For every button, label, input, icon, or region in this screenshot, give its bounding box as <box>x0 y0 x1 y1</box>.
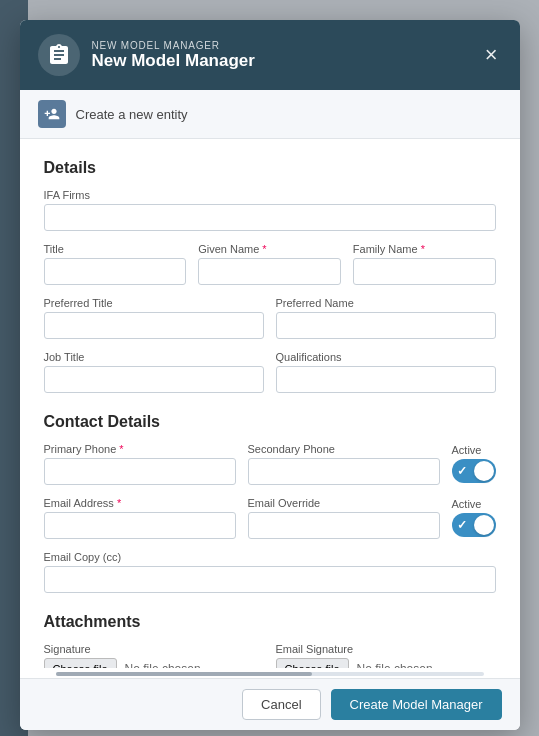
family-name-label: Family Name * <box>353 243 496 255</box>
email-override-input[interactable] <box>248 512 440 539</box>
given-name-input[interactable] <box>198 258 341 285</box>
header-icon-wrap <box>38 34 80 76</box>
given-name-label: Given Name * <box>198 243 341 255</box>
primary-phone-label: Primary Phone * <box>44 443 236 455</box>
job-row: Job Title Qualifications <box>44 351 496 393</box>
qualifications-field: Qualifications <box>276 351 496 393</box>
modal-subheader: Create a new entity <box>20 90 520 139</box>
secondary-phone-field: Secondary Phone <box>248 443 440 485</box>
email-copy-input[interactable] <box>44 566 496 593</box>
close-button[interactable]: × <box>481 42 502 68</box>
email-address-input[interactable] <box>44 512 236 539</box>
entity-icon <box>38 100 66 128</box>
primary-phone-input[interactable] <box>44 458 236 485</box>
person-add-icon <box>44 106 60 122</box>
family-name-field: Family Name * <box>353 243 496 285</box>
preferred-row: Preferred Title Preferred Name <box>44 297 496 339</box>
preferred-name-input[interactable] <box>276 312 496 339</box>
active-toggle-1-group: Active ✓ <box>452 444 496 485</box>
active-label-1: Active <box>452 444 496 456</box>
contact-section-title: Contact Details <box>44 413 496 431</box>
name-row: Title Given Name * Family Name * <box>44 243 496 285</box>
email-signature-file-area: Choose file No file chosen <box>276 658 496 668</box>
email-signature-label: Email Signature <box>276 643 496 655</box>
header-title: New Model Manager <box>92 51 255 71</box>
title-field: Title <box>44 243 187 285</box>
preferred-title-field: Preferred Title <box>44 297 264 339</box>
qualifications-label: Qualifications <box>276 351 496 363</box>
preferred-title-input[interactable] <box>44 312 264 339</box>
ifa-firms-label: IFA Firms <box>44 189 496 201</box>
job-title-field: Job Title <box>44 351 264 393</box>
scrollbar-track <box>56 672 484 676</box>
ifa-firms-field: IFA Firms <box>44 189 496 231</box>
preferred-title-label: Preferred Title <box>44 297 264 309</box>
header-subtitle: NEW MODEL MANAGER <box>92 40 255 51</box>
title-label: Title <box>44 243 187 255</box>
ifa-firms-input[interactable] <box>44 204 496 231</box>
cancel-button[interactable]: Cancel <box>242 689 320 720</box>
modal-footer: Cancel Create Model Manager <box>20 678 520 730</box>
active-toggle-2[interactable]: ✓ <box>452 513 496 537</box>
new-model-manager-modal: NEW MODEL MANAGER New Model Manager × Cr… <box>20 20 520 730</box>
phone-row: Primary Phone * Secondary Phone Active ✓ <box>44 443 496 485</box>
active-label-2: Active <box>452 498 496 510</box>
details-section-title: Details <box>44 159 496 177</box>
email-address-label: Email Address * <box>44 497 236 509</box>
signature-file-area: Choose file No file chosen <box>44 658 264 668</box>
subheader-text: Create a new entity <box>76 107 188 122</box>
active-toggle-2-group: Active ✓ <box>452 498 496 539</box>
secondary-phone-input[interactable] <box>248 458 440 485</box>
primary-phone-field: Primary Phone * <box>44 443 236 485</box>
preferred-name-label: Preferred Name <box>276 297 496 309</box>
check-icon-1: ✓ <box>457 465 467 477</box>
email-signature-field: Email Signature Choose file No file chos… <box>276 643 496 668</box>
email-override-field: Email Override <box>248 497 440 539</box>
attachments-section-title: Attachments <box>44 613 496 631</box>
active-toggle-1[interactable]: ✓ <box>452 459 496 483</box>
signature-choose-button[interactable]: Choose file <box>44 658 117 668</box>
create-model-manager-button[interactable]: Create Model Manager <box>331 689 502 720</box>
secondary-phone-label: Secondary Phone <box>248 443 440 455</box>
job-title-label: Job Title <box>44 351 264 363</box>
signature-label: Signature <box>44 643 264 655</box>
email-address-field: Email Address * <box>44 497 236 539</box>
preferred-name-field: Preferred Name <box>276 297 496 339</box>
signature-field: Signature Choose file No file chosen <box>44 643 264 668</box>
title-input[interactable] <box>44 258 187 285</box>
modal-header: NEW MODEL MANAGER New Model Manager × <box>20 20 520 90</box>
family-name-input[interactable] <box>353 258 496 285</box>
header-title-group: NEW MODEL MANAGER New Model Manager <box>92 40 255 71</box>
qualifications-input[interactable] <box>276 366 496 393</box>
clipboard-icon <box>47 43 71 67</box>
header-left: NEW MODEL MANAGER New Model Manager <box>38 34 255 76</box>
scrollbar-track-area <box>20 668 520 678</box>
email-override-label: Email Override <box>248 497 440 509</box>
email-signature-choose-button[interactable]: Choose file <box>276 658 349 668</box>
email-row: Email Address * Email Override Active ✓ <box>44 497 496 539</box>
email-copy-label: Email Copy (cc) <box>44 551 496 563</box>
email-copy-field: Email Copy (cc) <box>44 551 496 593</box>
attachment-row: Signature Choose file No file chosen Ema… <box>44 643 496 668</box>
modal-body: Details IFA Firms Title Given Name * Fam… <box>20 139 520 668</box>
job-title-input[interactable] <box>44 366 264 393</box>
given-name-field: Given Name * <box>198 243 341 285</box>
scrollbar-thumb[interactable] <box>56 672 313 676</box>
check-icon-2: ✓ <box>457 519 467 531</box>
